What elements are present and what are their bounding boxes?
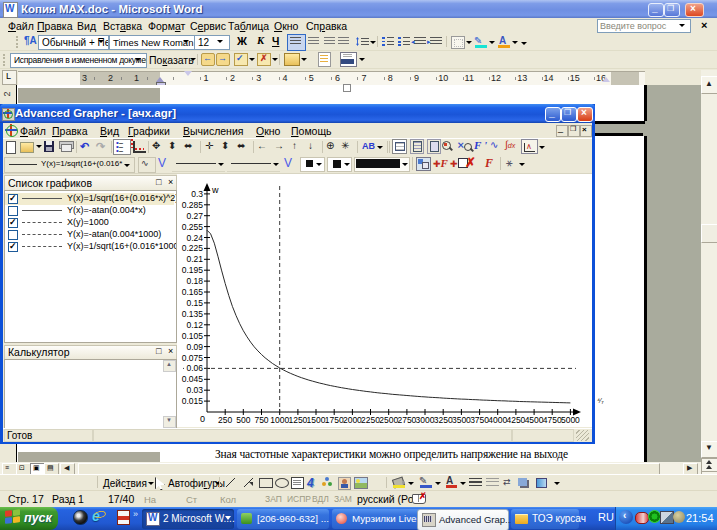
svg-text:2750: 2750 <box>397 415 416 425</box>
svg-text:0.12: 0.12 <box>186 320 203 330</box>
svg-text:0.075: 0.075 <box>182 353 204 363</box>
svg-text:4750: 4750 <box>543 415 562 425</box>
svg-text:500: 500 <box>236 415 250 425</box>
svg-text:0.255: 0.255 <box>182 222 204 232</box>
svg-text:0.03: 0.03 <box>186 385 203 395</box>
svg-text:1750: 1750 <box>325 415 344 425</box>
svg-text:0.21: 0.21 <box>186 254 203 264</box>
svg-text:0: 0 <box>200 414 205 424</box>
svg-text:0.015: 0.015 <box>182 396 204 406</box>
svg-text:3250: 3250 <box>434 415 453 425</box>
svg-text:4000: 4000 <box>488 415 507 425</box>
svg-text:1250: 1250 <box>288 415 307 425</box>
svg-text:3500: 3500 <box>452 415 471 425</box>
svg-text:0.15: 0.15 <box>186 298 203 308</box>
svg-text:2000: 2000 <box>343 415 362 425</box>
svg-text:0.135: 0.135 <box>182 309 204 319</box>
svg-text:0.27: 0.27 <box>186 211 203 221</box>
svg-text:0.18: 0.18 <box>186 276 203 286</box>
svg-text:1000: 1000 <box>270 415 289 425</box>
svg-text:1500: 1500 <box>307 415 326 425</box>
svg-text:4250: 4250 <box>506 415 525 425</box>
svg-text:3750: 3750 <box>470 415 489 425</box>
svg-text:0.06: 0.06 <box>186 363 203 373</box>
svg-text:2250: 2250 <box>361 415 380 425</box>
svg-text:5000: 5000 <box>561 415 580 425</box>
svg-text:0.165: 0.165 <box>182 287 204 297</box>
svg-text:2500: 2500 <box>379 415 398 425</box>
svg-text:0.225: 0.225 <box>182 243 204 253</box>
svg-text:0.24: 0.24 <box>186 233 203 243</box>
svg-text:0.195: 0.195 <box>182 265 204 275</box>
svg-text:0.105: 0.105 <box>182 331 204 341</box>
svg-text:3000: 3000 <box>416 415 435 425</box>
svg-text:4500: 4500 <box>525 415 544 425</box>
svg-text:w: w <box>211 185 219 195</box>
svg-text:0.09: 0.09 <box>186 342 203 352</box>
svg-text:750: 750 <box>254 415 268 425</box>
svg-text:0.285: 0.285 <box>182 200 204 210</box>
svg-text:0.045: 0.045 <box>182 374 204 384</box>
svg-text:0.3: 0.3 <box>191 189 203 199</box>
svg-text:250: 250 <box>218 415 232 425</box>
